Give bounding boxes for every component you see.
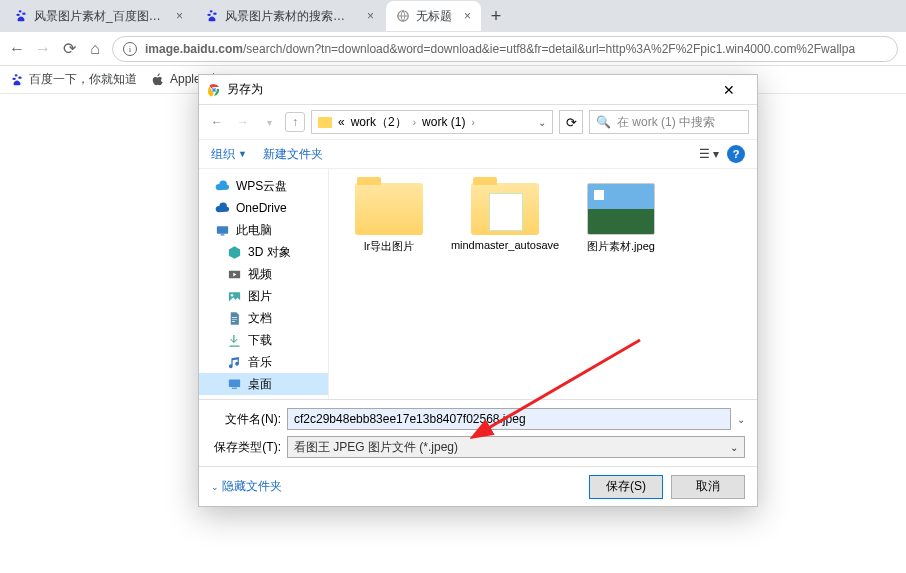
organize-button[interactable]: 组织 ▼ xyxy=(211,146,247,163)
save-as-dialog: 另存为 ✕ ← → ▾ ↑ « work（2） › work (1) › ⌄ ⟳… xyxy=(198,74,758,507)
refresh-button[interactable]: ⟳ xyxy=(559,110,583,134)
new-folder-button[interactable]: 新建文件夹 xyxy=(263,146,323,163)
svg-rect-5 xyxy=(217,226,228,234)
home-button[interactable]: ⌂ xyxy=(86,40,104,58)
crumb-segment[interactable]: work（2） xyxy=(351,114,407,131)
chevron-down-icon: ⌄ xyxy=(730,442,738,453)
music-icon xyxy=(227,355,242,370)
folder-tree: WPS云盘 OneDrive 此电脑 3D 对象 视频 图片 文档 下载 音乐 … xyxy=(199,169,329,399)
svg-rect-11 xyxy=(232,387,237,388)
new-tab-button[interactable]: + xyxy=(483,3,509,29)
apple-icon xyxy=(151,73,165,87)
cancel-button[interactable]: 取消 xyxy=(671,475,745,499)
image-thumbnail xyxy=(587,183,655,235)
tab-2-active[interactable]: 无标题 × xyxy=(386,1,481,31)
baidu-icon xyxy=(205,9,219,23)
url-text: image.baidu.com/search/down?tn=download&… xyxy=(145,42,855,56)
chevron-right-icon: › xyxy=(413,117,416,128)
downloads-icon xyxy=(227,333,242,348)
browser-tabs: 风景图片素材_百度图片搜索 × 风景图片素材的搜索结果_百度图... × 无标题… xyxy=(0,0,906,32)
chevron-down-icon[interactable]: ⌄ xyxy=(538,117,546,128)
tree-3d[interactable]: 3D 对象 xyxy=(199,241,328,263)
close-icon[interactable]: × xyxy=(464,9,471,23)
tree-desktop[interactable]: 桌面 xyxy=(199,373,328,395)
back-button[interactable]: ← xyxy=(8,40,26,58)
dialog-buttons: ⌄ 隐藏文件夹 保存(S) 取消 xyxy=(199,466,757,506)
chevron-down-icon: ⌄ xyxy=(211,482,219,492)
file-item-image[interactable]: 图片素材.jpeg xyxy=(571,183,671,254)
documents-icon xyxy=(227,311,242,326)
tree-onedrive[interactable]: OneDrive xyxy=(199,197,328,219)
close-icon[interactable]: × xyxy=(176,9,183,23)
file-label: lr导出图片 xyxy=(364,239,414,254)
crumb-prefix: « xyxy=(338,115,345,129)
folder-icon xyxy=(471,183,539,235)
3d-icon xyxy=(227,245,242,260)
tree-pictures[interactable]: 图片 xyxy=(199,285,328,307)
tab-label: 风景图片素材_百度图片搜索 xyxy=(34,8,164,25)
svg-point-9 xyxy=(231,294,234,297)
filetype-label: 保存类型(T): xyxy=(211,439,281,456)
dialog-nav: ← → ▾ ↑ « work（2） › work (1) › ⌄ ⟳ 🔍 在 w… xyxy=(199,105,757,139)
video-icon xyxy=(227,267,242,282)
tree-wps[interactable]: WPS云盘 xyxy=(199,175,328,197)
forward-button[interactable]: → xyxy=(34,40,52,58)
svg-point-4 xyxy=(213,88,216,91)
nav-recent-button[interactable]: ▾ xyxy=(259,112,279,132)
tree-video[interactable]: 视频 xyxy=(199,263,328,285)
site-info-icon[interactable]: i xyxy=(123,42,137,56)
chevron-down-icon[interactable]: ⌄ xyxy=(737,414,745,425)
tab-1[interactable]: 风景图片素材的搜索结果_百度图... × xyxy=(195,1,384,31)
bookmark-baidu[interactable]: 百度一下，你就知道 xyxy=(10,71,137,88)
pc-icon xyxy=(215,223,230,238)
folder-search-input[interactable]: 🔍 在 work (1) 中搜索 xyxy=(589,110,749,134)
tree-music[interactable]: 音乐 xyxy=(199,351,328,373)
close-icon[interactable]: × xyxy=(367,9,374,23)
crumb-segment[interactable]: work (1) xyxy=(422,115,465,129)
dialog-title: 另存为 xyxy=(227,81,263,98)
reload-button[interactable]: ⟳ xyxy=(60,40,78,58)
baidu-icon xyxy=(14,9,28,23)
help-button[interactable]: ? xyxy=(727,145,745,163)
file-item-folder[interactable]: mindmaster_autosave xyxy=(455,183,555,251)
filename-input[interactable] xyxy=(287,408,731,430)
tree-documents[interactable]: 文档 xyxy=(199,307,328,329)
wps-icon xyxy=(215,179,230,194)
folder-icon xyxy=(318,117,332,128)
save-button[interactable]: 保存(S) xyxy=(589,475,663,499)
tree-pc[interactable]: 此电脑 xyxy=(199,219,328,241)
hide-folders-link[interactable]: ⌄ 隐藏文件夹 xyxy=(211,478,282,495)
globe-icon xyxy=(396,9,410,23)
desktop-icon xyxy=(227,377,242,392)
pictures-icon xyxy=(227,289,242,304)
file-label: 图片素材.jpeg xyxy=(587,239,655,254)
url-input[interactable]: i image.baidu.com/search/down?tn=downloa… xyxy=(112,36,898,62)
tab-0[interactable]: 风景图片素材_百度图片搜索 × xyxy=(4,1,193,31)
dialog-titlebar: 另存为 ✕ xyxy=(199,75,757,105)
baidu-icon xyxy=(10,73,24,87)
filename-label: 文件名(N): xyxy=(211,411,281,428)
nav-forward-button[interactable]: → xyxy=(233,112,253,132)
breadcrumb[interactable]: « work（2） › work (1) › ⌄ xyxy=(311,110,553,134)
dialog-inputs: 文件名(N): ⌄ 保存类型(T): 看图王 JPEG 图片文件 (*.jpeg… xyxy=(199,399,757,466)
nav-back-button[interactable]: ← xyxy=(207,112,227,132)
tab-label: 无标题 xyxy=(416,8,452,25)
bookmark-label: 百度一下，你就知道 xyxy=(29,71,137,88)
search-placeholder: 在 work (1) 中搜索 xyxy=(617,114,715,131)
chrome-icon xyxy=(207,83,221,97)
filetype-select[interactable]: 看图王 JPEG 图片文件 (*.jpeg) ⌄ xyxy=(287,436,745,458)
folder-icon xyxy=(355,183,423,235)
chevron-right-icon: › xyxy=(471,117,474,128)
address-bar: ← → ⟳ ⌂ i image.baidu.com/search/down?tn… xyxy=(0,32,906,66)
file-item-folder[interactable]: lr导出图片 xyxy=(339,183,439,254)
dialog-toolbar: 组织 ▼ 新建文件夹 ☰ ▾ ? xyxy=(199,139,757,169)
tab-label: 风景图片素材的搜索结果_百度图... xyxy=(225,8,355,25)
nav-up-button[interactable]: ↑ xyxy=(285,112,305,132)
tree-downloads[interactable]: 下载 xyxy=(199,329,328,351)
svg-rect-10 xyxy=(229,379,240,387)
view-mode-button[interactable]: ☰ ▾ xyxy=(699,147,719,161)
dialog-close-button[interactable]: ✕ xyxy=(709,76,749,104)
dialog-body: WPS云盘 OneDrive 此电脑 3D 对象 视频 图片 文档 下载 音乐 … xyxy=(199,169,757,399)
file-list[interactable]: lr导出图片 mindmaster_autosave 图片素材.jpeg xyxy=(329,169,757,399)
onedrive-icon xyxy=(215,201,230,216)
